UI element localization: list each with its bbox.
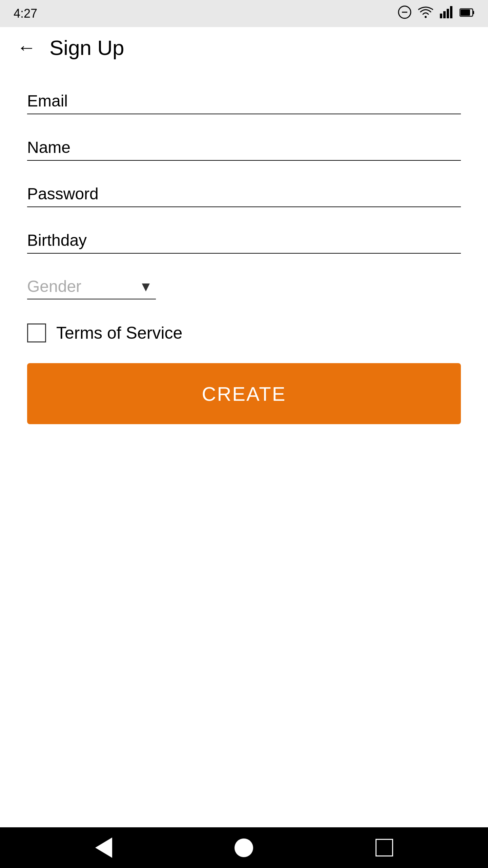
terms-checkbox[interactable] — [27, 323, 46, 342]
email-field-container — [27, 88, 461, 114]
bottom-nav-bar — [0, 827, 488, 868]
svg-rect-3 — [440, 14, 442, 18]
birthday-field-container — [27, 228, 461, 254]
create-button[interactable]: CREATE — [27, 363, 461, 424]
birthday-input[interactable] — [27, 228, 461, 254]
name-input[interactable] — [27, 135, 461, 161]
page-title: Sign Up — [49, 36, 124, 60]
password-input[interactable] — [27, 181, 461, 207]
nav-home-button[interactable] — [235, 839, 253, 857]
gender-field-container: Gender Male Female Other Prefer not to s… — [27, 274, 156, 299]
back-button[interactable]: ← — [17, 38, 36, 57]
gender-select[interactable]: Gender Male Female Other Prefer not to s… — [27, 274, 156, 299]
do-not-disturb-icon — [398, 5, 411, 22]
battery-icon — [460, 7, 474, 20]
password-field-container — [27, 181, 461, 207]
status-bar: 4:27 — [0, 0, 488, 27]
top-bar: ← Sign Up — [0, 27, 488, 68]
svg-rect-4 — [443, 11, 446, 18]
email-input[interactable] — [27, 88, 461, 114]
name-field-container — [27, 135, 461, 161]
nav-recents-button[interactable] — [375, 839, 393, 856]
svg-rect-9 — [473, 11, 474, 14]
status-icons — [398, 5, 474, 22]
form-container: Gender Male Female Other Prefer not to s… — [0, 68, 488, 827]
terms-label: Terms of Service — [56, 323, 182, 343]
svg-point-2 — [425, 16, 427, 18]
svg-rect-8 — [461, 9, 470, 16]
signal-icon — [440, 6, 453, 21]
svg-rect-5 — [447, 9, 449, 18]
terms-row: Terms of Service — [27, 323, 461, 343]
svg-rect-6 — [450, 6, 452, 18]
status-time: 4:27 — [14, 6, 37, 21]
nav-back-button[interactable] — [95, 837, 112, 858]
wifi-icon — [418, 6, 433, 21]
